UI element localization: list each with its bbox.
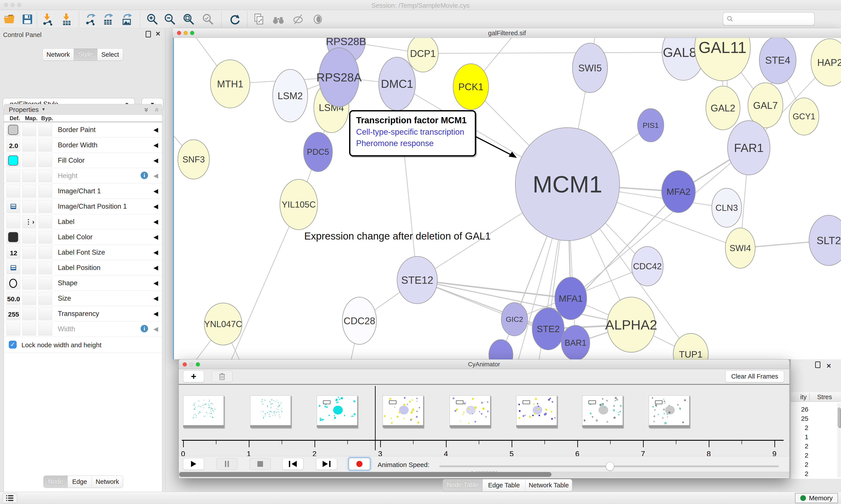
property-row-image-chart-1[interactable]: Image/Chart 1◀ [4,183,162,199]
bypass-cell[interactable] [38,307,52,320]
default-value-cell[interactable]: 255 [6,307,20,320]
cyanimator-titlebar[interactable]: CyAnimator [179,360,789,369]
frame-thumbnail-2[interactable] [317,395,357,428]
tab-network[interactable]: Network [92,476,123,488]
mapping-cell[interactable] [22,124,36,136]
default-value-cell[interactable] [6,231,20,244]
hide-selected-button[interactable] [291,12,305,26]
expand-row-icon[interactable]: ◀ [153,141,158,149]
expand-row-icon[interactable]: ◀ [153,187,158,195]
zoom-selected-button[interactable] [201,12,215,26]
mapping-cell[interactable] [22,185,36,197]
column-divider[interactable] [809,393,810,401]
animation-speed-slider[interactable] [439,466,779,467]
timeline-scrollbar[interactable] [179,472,789,477]
tab-node-table[interactable]: Node Table [443,479,483,491]
frame-thumbnail-6[interactable] [582,395,623,428]
float-panel-icon[interactable] [815,361,820,368]
tab-network-table[interactable]: Network Table [525,479,572,491]
tab-select[interactable]: Select [97,49,123,60]
slider-thumb[interactable] [606,462,614,471]
clone-network-button[interactable] [252,12,266,26]
default-value-cell[interactable] [6,124,20,136]
search-input[interactable] [736,13,812,24]
record-button[interactable] [349,458,370,470]
mapping-cell[interactable] [22,231,36,244]
table-cell-value[interactable]: 2 [791,452,808,459]
expand-row-icon[interactable]: ◀ [153,280,158,287]
bypass-cell[interactable] [38,231,52,244]
bypass-cell[interactable] [38,246,52,259]
column-header[interactable]: ity [791,393,807,401]
column-header[interactable]: Stres [817,393,832,401]
expand-row-icon[interactable]: ◀ [153,325,158,332]
mcm1-annotation-box[interactable]: Transcription factor MCM1 Cell-type-spec… [349,110,476,157]
table-cell-value[interactable]: 26 [791,406,808,413]
network-node-node_sp[interactable] [489,340,513,359]
show-panel-list-button[interactable] [3,493,17,503]
property-row-image-chart-position-1[interactable]: Image/Chart Position 1◀ [4,199,162,214]
expand-row-icon[interactable]: ◀ [153,310,158,317]
stop-button[interactable] [250,458,271,470]
mapping-cell[interactable] [22,246,36,259]
bypass-cell[interactable] [38,169,52,182]
mapping-cell[interactable] [22,200,36,213]
table-cell-value[interactable]: 2 [791,443,808,450]
frame-thumbnail-3[interactable] [382,395,423,428]
expand-row-icon[interactable]: ◀ [153,203,158,210]
timeline[interactable]: 0123456789 Seconds [179,385,789,456]
expand-row-icon[interactable]: ◀ [153,218,158,225]
skip-to-end-button[interactable] [316,458,337,470]
expand-row-icon[interactable]: ◀ [153,157,158,164]
property-row-size[interactable]: 50.0Size◀ [4,291,162,306]
annotation-link-1[interactable]: Cell-type-specific transcription [356,127,475,137]
mapping-cell[interactable] [22,262,36,274]
property-row-shape[interactable]: Shape◀ [4,275,162,291]
expand-all-icon[interactable]: » [143,108,151,112]
property-row-width[interactable]: Widthi◀ [4,321,162,337]
default-value-cell[interactable] [6,215,20,228]
bypass-cell[interactable] [38,200,52,213]
default-value-cell[interactable] [6,154,20,167]
export-table-button[interactable] [101,12,115,26]
zoom-fit-button[interactable] [181,12,196,26]
mapping-cell[interactable] [22,292,36,305]
show-all-button[interactable] [310,12,325,26]
close-panel-icon[interactable]: ✕ [826,363,831,370]
frame-thumbnail-7[interactable] [649,395,690,428]
property-row-label-position[interactable]: Label Position◀ [4,260,162,275]
expand-row-icon[interactable]: ◀ [153,295,158,302]
expand-row-icon[interactable]: ◀ [153,172,158,179]
zoom-out-button[interactable] [162,12,177,26]
mapping-cell[interactable] [22,139,36,151]
table-cell-value[interactable]: 2 [791,470,808,478]
property-row-label[interactable]: ⋮›Label◀ [4,214,162,230]
expand-row-icon[interactable]: ◀ [153,126,158,133]
play-button[interactable] [183,458,204,470]
mapping-cell[interactable]: ⋮› [22,215,36,228]
skip-to-start-button[interactable] [282,458,303,470]
annotation-link-2[interactable]: Pheromone response [356,139,475,148]
properties-header[interactable]: Properties ▾ » » [4,104,162,115]
mapping-cell[interactable] [22,154,36,167]
table-cell-value[interactable]: 25 [791,415,808,422]
frame-thumbnail-1[interactable] [250,395,291,428]
search-network-button[interactable] [271,12,286,26]
tab-edge[interactable]: Edge [68,476,92,488]
property-row-fill-color[interactable]: Fill Color◀ [4,153,162,168]
network-canvas[interactable]: RPS28BMTH1LSM2LSM4RPS28ADMC1DCP1PCK1SNF3… [173,38,841,359]
bypass-cell[interactable] [38,185,52,197]
memory-button[interactable]: Memory [795,493,838,503]
add-frame-button[interactable]: + [183,371,204,382]
delete-frame-button[interactable] [212,371,233,382]
zoom-in-button[interactable] [145,12,159,26]
bypass-cell[interactable] [38,215,52,228]
default-value-cell[interactable] [6,200,20,213]
table-scrollbar[interactable] [837,403,841,478]
tab-node[interactable]: Node [43,476,68,488]
bypass-cell[interactable] [38,292,52,305]
pause-button[interactable] [216,458,237,470]
tab-network[interactable]: Network [43,49,74,60]
playhead[interactable] [375,386,376,450]
property-row-transparency[interactable]: 255Transparency◀ [4,306,162,321]
